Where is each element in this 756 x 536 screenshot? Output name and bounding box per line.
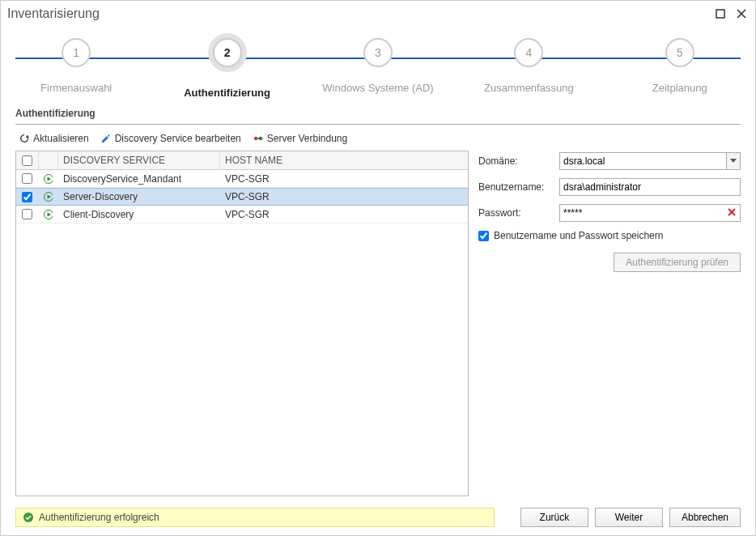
svg-marker-11 [48, 212, 52, 216]
svg-point-4 [259, 137, 262, 140]
footer: Authentifizierung erfolgreich Zurück Wei… [1, 503, 755, 535]
row-play-cell [39, 170, 58, 187]
status-bar: Authentifizierung erfolgreich [15, 508, 495, 527]
password-label: Passwort: [478, 207, 559, 219]
row-checkbox-cell [16, 170, 39, 187]
svg-marker-9 [48, 195, 52, 199]
row-play-cell [39, 206, 58, 223]
pencil-icon [100, 133, 112, 144]
clear-password-button[interactable] [726, 206, 737, 220]
close-icon [737, 9, 746, 19]
step-label: Authentifizierung [184, 87, 270, 99]
select-all-checkbox[interactable] [22, 155, 32, 166]
chevron-down-icon [730, 159, 737, 164]
username-label: Benutzername: [478, 181, 559, 193]
save-credentials-checkbox[interactable] [478, 231, 489, 241]
stepper: 1Firmenauswahl2Authentifizierung3Windows… [1, 27, 755, 101]
grid-header-checkbox[interactable] [16, 151, 39, 169]
server-connection-button[interactable]: Server Verbindung [253, 133, 347, 144]
svg-point-3 [254, 137, 257, 140]
row-play-cell [39, 189, 58, 205]
server-connection-label: Server Verbindung [267, 133, 347, 144]
row-checkbox-cell [16, 189, 39, 205]
password-input[interactable] [559, 204, 741, 222]
divider [15, 124, 741, 125]
refresh-label: Aktualisieren [33, 133, 89, 144]
play-icon[interactable] [44, 174, 53, 184]
row-service: Server-Discovery [58, 189, 220, 205]
row-checkbox[interactable] [22, 173, 32, 184]
svg-marker-7 [48, 177, 52, 181]
username-input[interactable] [559, 178, 741, 196]
step-circle: 4 [514, 38, 543, 67]
maximize-icon [716, 9, 725, 19]
auth-form: Domäne: Benutzername: Passwort: [478, 151, 741, 496]
toolbar: Aktualisieren Discovery Service bearbeit… [15, 133, 741, 151]
row-checkbox-cell [16, 206, 39, 223]
row-checkbox[interactable] [22, 209, 32, 219]
grid-body: DiscoveryService_MandantVPC-SGRServer-Di… [16, 170, 468, 496]
grid-header-service[interactable]: DISCOVERY SERVICE [58, 151, 220, 169]
refresh-button[interactable]: Aktualisieren [19, 133, 89, 144]
step-1[interactable]: 1Firmenauswahl [3, 38, 149, 99]
step-label: Zusammenfassung [484, 82, 574, 94]
refresh-icon [19, 133, 30, 144]
row-checkbox[interactable] [22, 192, 32, 202]
maximize-button[interactable] [713, 6, 728, 21]
server-connection-icon [253, 133, 264, 144]
step-3[interactable]: 3Windows Systeme (AD) [305, 38, 451, 99]
svg-marker-12 [730, 159, 737, 163]
save-credentials-label: Benutzername und Passwort speichern [494, 230, 663, 241]
step-label: Zeitplanung [652, 82, 707, 94]
cancel-button[interactable]: Abbrechen [669, 508, 741, 527]
edit-discovery-button[interactable]: Discovery Service bearbeiten [100, 133, 241, 144]
step-label: Firmenauswahl [40, 82, 112, 94]
back-button[interactable]: Zurück [520, 508, 588, 527]
row-host: VPC-SGR [220, 206, 468, 223]
discovery-grid[interactable]: DISCOVERY SERVICE HOST NAME DiscoverySer… [15, 151, 469, 496]
step-5[interactable]: 5Zeitplanung [607, 38, 753, 99]
titlebar: Inventarisierung [1, 1, 755, 27]
wizard-window: Inventarisierung 1Firmenauswahl2Authenti… [0, 0, 756, 536]
domain-input[interactable] [559, 152, 726, 170]
next-button[interactable]: Weiter [595, 508, 663, 527]
step-4[interactable]: 4Zusammenfassung [456, 38, 601, 99]
table-row[interactable]: Server-DiscoveryVPC-SGR [16, 188, 468, 206]
grid-header-host[interactable]: HOST NAME [220, 151, 468, 169]
svg-rect-0 [716, 10, 724, 18]
domain-dropdown-button[interactable] [726, 152, 741, 170]
table-row[interactable]: DiscoveryService_MandantVPC-SGR [16, 170, 468, 188]
window-title: Inventarisierung [7, 6, 707, 21]
success-icon [23, 512, 34, 523]
grid-header: DISCOVERY SERVICE HOST NAME [16, 151, 468, 170]
table-row[interactable]: Client-DiscoveryVPC-SGR [16, 206, 468, 223]
step-2[interactable]: 2Authentifizierung [155, 38, 300, 99]
row-host: VPC-SGR [220, 189, 468, 205]
row-service: DiscoveryService_Mandant [58, 170, 220, 187]
domain-label: Domäne: [478, 155, 559, 167]
step-circle: 5 [665, 38, 694, 67]
status-text: Authentifizierung erfolgreich [39, 512, 159, 523]
step-circle: 1 [62, 38, 91, 67]
row-service: Client-Discovery [58, 206, 220, 223]
clear-x-icon [726, 206, 737, 218]
play-icon[interactable] [44, 192, 53, 202]
step-label: Windows Systeme (AD) [322, 82, 433, 94]
edit-discovery-label: Discovery Service bearbeiten [115, 133, 241, 144]
play-icon[interactable] [44, 210, 53, 219]
row-host: VPC-SGR [220, 170, 468, 187]
section-title: Authentifizierung [15, 101, 741, 122]
verify-auth-button[interactable]: Authentifizierung prüfen [614, 253, 741, 272]
step-number: 2 [213, 38, 242, 67]
step-circle: 3 [363, 38, 393, 67]
close-button[interactable] [734, 6, 749, 21]
content-area: Authentifizierung Aktualisieren Discover… [1, 101, 755, 503]
grid-header-play [39, 151, 58, 169]
step-circle: 2 [208, 33, 247, 72]
